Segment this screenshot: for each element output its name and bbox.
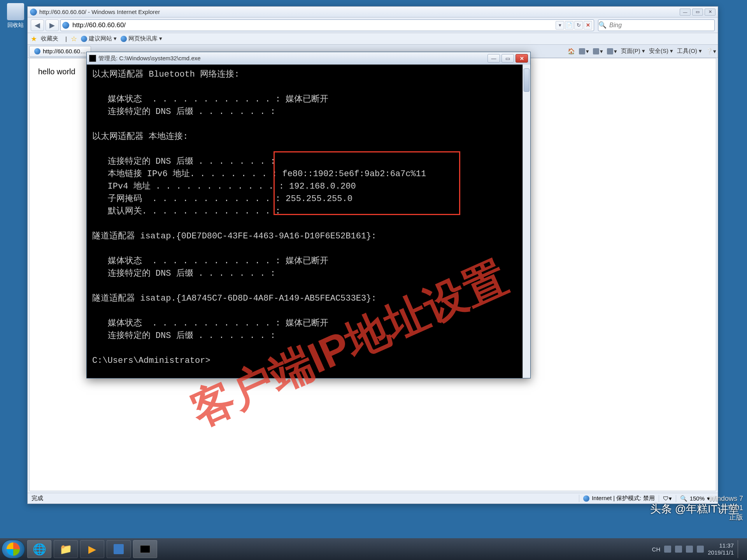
cmd-titlebar[interactable]: 管理员: C:\Windows\system32\cmd.exe — ▭ ✕ (87, 52, 530, 65)
forward-button[interactable]: ▶ (46, 19, 59, 31)
ie-titlebar[interactable]: http://60.60.60.60/ - Windows Internet E… (28, 7, 718, 18)
taskbar-explorer[interactable]: 📁 (54, 540, 78, 558)
tray-ime[interactable]: CH (652, 546, 661, 553)
cmd-scrollbar[interactable] (523, 65, 530, 378)
cmd-icon (89, 55, 96, 62)
start-button[interactable] (2, 540, 25, 558)
cmd-minimize-button[interactable]: — (487, 54, 500, 63)
site-icon (62, 22, 69, 29)
cmd-window: 管理员: C:\Windows\system32\cmd.exe — ▭ ✕ 以… (86, 52, 531, 378)
tray-clock[interactable]: 11:37 2019/11/1 (708, 542, 734, 556)
ie-close-button[interactable]: ✕ (705, 9, 715, 16)
browser-tab[interactable]: http://60.60.60… (29, 46, 91, 57)
tab-title: http://60.60.60… (43, 48, 86, 54)
status-zone[interactable]: Internet | 保护模式: 禁用 (579, 495, 658, 502)
globe-icon (121, 36, 127, 42)
taskbar: 🌐 📁 ▶ CH 11:37 2019/11/1 (0, 538, 747, 560)
back-button[interactable]: ◀ (31, 19, 44, 31)
app-icon (114, 544, 124, 554)
stop-button[interactable]: ✕ (584, 21, 592, 30)
tray-action-icon[interactable] (697, 546, 704, 553)
tray-network-icon[interactable] (675, 546, 682, 553)
feeds-button[interactable]: ▾ (579, 48, 589, 55)
windows-branding: Windows 7 7601 正版 (709, 494, 743, 522)
system-tray: CH 11:37 2019/11/1 (648, 540, 745, 558)
search-icon: 🔍 (598, 21, 607, 29)
addr-dropdown-button[interactable]: ▾ (556, 21, 564, 30)
recycle-bin-icon (7, 3, 24, 20)
status-protected-icon[interactable]: 🛡▾ (659, 495, 676, 502)
globe-icon (81, 36, 87, 42)
taskbar-media-player[interactable]: ▶ (80, 540, 104, 558)
webslice-gallery-link[interactable]: 网页快讯库 ▾ (121, 35, 162, 42)
taskbar-cmd[interactable] (133, 540, 157, 558)
tools-menu[interactable]: 工具(O) ▾ (677, 47, 702, 55)
add-favorite-icon[interactable]: ☆ (71, 35, 77, 43)
mail-button[interactable]: ▾ (593, 48, 603, 55)
feeds-icon (579, 48, 585, 54)
home-button[interactable]: 🏠 (568, 48, 575, 55)
ie-minimize-button[interactable]: — (680, 9, 691, 16)
mail-icon (593, 48, 599, 54)
tab-favicon (34, 48, 40, 54)
cmd-close-button[interactable]: ✕ (516, 54, 528, 63)
taskbar-ie[interactable]: 🌐 (27, 540, 51, 558)
print-button[interactable]: ▾ (607, 48, 617, 55)
ie-maximize-button[interactable]: ▭ (692, 9, 703, 16)
favorites-bar: ★ 收藏夹 | ☆ 建议网站 ▾ 网页快讯库 ▾ (28, 33, 718, 45)
windows-orb-icon (7, 542, 20, 556)
compat-view-button[interactable]: 📄 (565, 21, 573, 30)
suggested-sites-link[interactable]: 建议网站 ▾ (81, 35, 117, 42)
recycle-bin-label: 回收站 (4, 22, 27, 29)
safety-menu[interactable]: 安全(S) ▾ (649, 47, 673, 55)
taskbar-app1[interactable] (107, 540, 131, 558)
page-body-text: hello world (38, 67, 75, 76)
tray-flag-icon[interactable] (664, 546, 671, 553)
print-icon (607, 48, 613, 54)
refresh-button[interactable]: ↻ (574, 21, 583, 30)
scrollbar-thumb[interactable] (524, 68, 530, 92)
highlight-box (274, 151, 460, 215)
cmd-taskbar-icon (140, 545, 150, 553)
page-menu[interactable]: 页面(P) ▾ (621, 47, 645, 55)
tray-volume-icon[interactable] (686, 546, 693, 553)
cmd-title: 管理员: C:\Windows\system32\cmd.exe (98, 55, 201, 62)
recycle-bin[interactable]: 回收站 (4, 3, 27, 29)
favorites-star-icon[interactable]: ★ (31, 35, 37, 43)
ie-title: http://60.60.60.60/ - Windows Internet E… (39, 9, 160, 15)
search-bar[interactable]: 🔍 (598, 19, 715, 31)
ie-nav-row: ◀ ▶ ▾ 📄 ↻ ✕ 🔍 (28, 18, 718, 33)
address-input[interactable] (71, 21, 554, 29)
favorites-label[interactable]: 收藏夹 (41, 35, 58, 42)
zoom-control[interactable]: 🔍 150% ▾ (676, 495, 714, 502)
ie-icon (30, 9, 37, 16)
search-input[interactable] (607, 22, 714, 29)
show-desktop-button[interactable] (738, 540, 742, 558)
address-bar[interactable]: ▾ 📄 ↻ ✕ (60, 19, 594, 31)
cmd-maximize-button[interactable]: ▭ (502, 54, 514, 63)
status-bar: 完成 Internet | 保护模式: 禁用 🛡▾ 🔍 150% ▾ (28, 493, 718, 504)
help-menu[interactable]: ❔▾ (706, 48, 716, 55)
status-done: 完成 (32, 495, 43, 502)
cmd-output[interactable]: 以太网适配器 Bluetooth 网络连接: 媒体状态 . . . . . . … (87, 65, 530, 378)
globe-icon (583, 495, 589, 502)
command-bar: 🏠 ▾ ▾ ▾ 页面(P) ▾ 安全(S) ▾ 工具(O) ▾ ❔▾ (568, 47, 716, 55)
